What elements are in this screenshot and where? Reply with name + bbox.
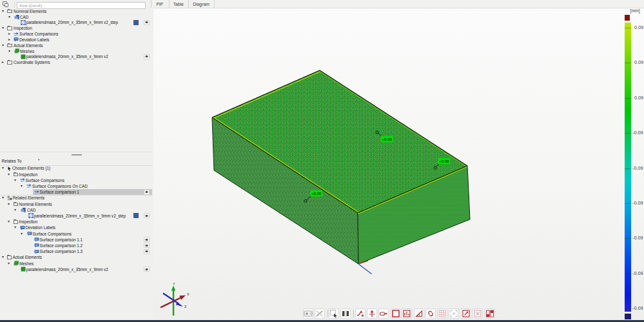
svg-text:+0.00: +0.00	[439, 159, 449, 163]
svg-text:X: X	[187, 292, 190, 296]
svg-text:Z: Z	[184, 305, 187, 308]
svg-text:+0.00: +0.00	[382, 137, 392, 141]
svg-text:Y: Y	[173, 282, 175, 286]
svg-text:+0.00: +0.00	[311, 191, 322, 196]
